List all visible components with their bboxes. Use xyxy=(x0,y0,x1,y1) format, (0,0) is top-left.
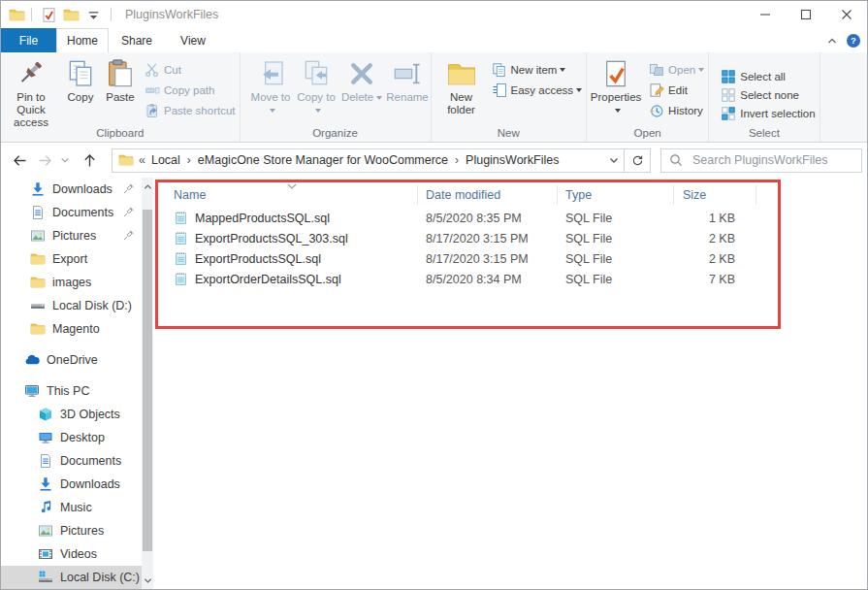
ribbon-group-new: New folderNew itemEasy accessNew xyxy=(432,52,588,142)
sidebar-item-downloads[interactable]: Downloads xyxy=(1,178,142,201)
sidebar-item-videos[interactable]: Videos xyxy=(1,542,142,566)
column-header-type[interactable]: Type xyxy=(558,185,674,205)
breadcrumb-overflow[interactable]: « xyxy=(139,153,145,167)
address-bar-row: « Local › eMagicOne Store Manager for Wo… xyxy=(1,143,867,178)
column-headers: Name Date modified Type Size xyxy=(158,182,756,208)
scrollbar-up-arrow[interactable] xyxy=(142,180,153,193)
pin-icon xyxy=(16,58,47,89)
sidebar-item-documents[interactable]: Documents xyxy=(1,201,142,224)
minimize-button[interactable] xyxy=(745,1,786,28)
dropdown-caret-icon xyxy=(560,68,565,72)
sort-indicator-icon xyxy=(287,182,297,190)
ribbon-button-select-none[interactable]: Select none xyxy=(717,85,819,104)
sidebar-item-export[interactable]: Export xyxy=(1,247,142,271)
select-none-icon xyxy=(721,87,736,103)
ribbon-button-invert-selection[interactable]: Invert selection xyxy=(717,104,819,122)
file-size-cell: 1 KB xyxy=(674,212,756,225)
sidebar-item-local-disk-c[interactable]: Local Disk (C:) xyxy=(1,566,142,589)
file-row-exportorderdetailssql-sql[interactable]: ExportOrderDetailsSQL.sql8/5/2020 8:34 P… xyxy=(158,269,756,289)
navigation-pane-scrollbar[interactable] xyxy=(142,178,153,589)
ribbon-button-cut: Cut xyxy=(141,59,240,80)
file-date-cell: 8/17/2020 3:15 PM xyxy=(418,232,558,246)
file-row-mappedproductssql-sql[interactable]: MappedProductsSQL.sql8/5/2020 8:35 PMSQL… xyxy=(158,208,756,228)
sql-file-icon xyxy=(174,211,188,225)
file-list-area: Name Date modified Type Size MappedProdu… xyxy=(153,178,867,589)
breadcrumb-segment-store-manager[interactable]: eMagicOne Store Manager for WooCommerce xyxy=(198,153,448,167)
sidebar-item-label: Desktop xyxy=(60,431,105,444)
back-button[interactable] xyxy=(7,152,32,169)
refresh-button[interactable] xyxy=(625,148,651,173)
window-title: PluginsWorkFiles xyxy=(125,8,218,21)
sidebar-item-downloads[interactable]: Downloads xyxy=(1,473,142,496)
file-name: MappedProductsSQL.sql xyxy=(195,212,330,225)
help-button[interactable]: ? xyxy=(846,33,861,49)
breadcrumb-segment-local[interactable]: Local xyxy=(151,153,180,167)
button-label: Delete xyxy=(341,91,382,104)
ribbon-group-select: Select allSelect noneInvert selectionSel… xyxy=(709,52,820,142)
file-row-exportproductssql-sql[interactable]: ExportProductsSQL.sql8/17/2020 3:15 PMSQ… xyxy=(158,248,756,269)
file-type-cell: SQL File xyxy=(558,212,674,225)
ribbon-button-history[interactable]: History xyxy=(645,100,708,120)
button-label: Cut xyxy=(164,64,181,76)
ribbon-group-label: Organize xyxy=(241,127,431,139)
sidebar-item-onedrive[interactable]: OneDrive xyxy=(1,348,142,372)
sidebar-item-3d-objects[interactable]: 3D Objects xyxy=(1,403,142,426)
sidebar-item-label: Export xyxy=(52,252,87,266)
ribbon-button-new-item[interactable]: New item xyxy=(488,59,587,80)
tab-home[interactable]: Home xyxy=(56,28,109,52)
ribbon-button-properties[interactable]: Properties xyxy=(587,57,645,122)
copy-to-icon xyxy=(301,58,332,89)
ribbon-button-edit[interactable]: Edit xyxy=(645,80,708,100)
address-bar[interactable]: « Local › eMagicOne Store Manager for Wo… xyxy=(112,148,625,173)
scrollbar-down-arrow[interactable] xyxy=(142,574,153,587)
dropdown-caret-icon xyxy=(576,88,582,92)
recent-locations-button[interactable] xyxy=(57,155,73,165)
search-input[interactable] xyxy=(660,148,862,173)
scrollbar-thumb[interactable] xyxy=(143,210,152,551)
tab-view[interactable]: View xyxy=(165,28,221,52)
title-bar: PluginsWorkFiles xyxy=(1,1,867,28)
sidebar-item-magento[interactable]: Magento xyxy=(1,317,142,341)
address-dropdown-chevron-icon[interactable] xyxy=(608,154,620,166)
sidebar-item-desktop[interactable]: Desktop xyxy=(1,426,142,449)
minimize-ribbon-button[interactable] xyxy=(826,35,838,47)
qat-properties-button[interactable] xyxy=(41,7,57,23)
search-box xyxy=(660,148,862,173)
sidebar-item-pictures[interactable]: Pictures xyxy=(1,224,142,247)
ribbon-button-new-folder[interactable]: New folder xyxy=(435,57,488,122)
paste-shortcut-icon xyxy=(145,103,160,118)
sidebar-item-label: Documents xyxy=(52,206,113,219)
tab-share[interactable]: Share xyxy=(109,28,165,52)
up-button[interactable] xyxy=(77,152,102,169)
ribbon-button-paste[interactable]: Paste xyxy=(100,57,141,122)
sidebar-item-music[interactable]: Music xyxy=(1,496,142,519)
column-header-date-modified[interactable]: Date modified xyxy=(418,185,558,205)
sidebar-item-images[interactable]: images xyxy=(1,271,142,294)
file-explorer-window: PluginsWorkFiles File Home Share View ? … xyxy=(0,0,868,590)
sidebar-item-pictures[interactable]: Pictures xyxy=(1,519,142,542)
sql-file-icon xyxy=(174,251,188,266)
open-icon xyxy=(649,62,664,78)
sidebar-item-this-pc[interactable]: This PC xyxy=(1,379,142,403)
tab-file[interactable]: File xyxy=(1,28,56,52)
close-button[interactable] xyxy=(826,1,867,28)
ribbon-button-select-all[interactable]: Select all xyxy=(717,67,819,85)
ribbon-button-easy-access[interactable]: Easy access xyxy=(488,80,587,100)
current-folder-icon xyxy=(118,152,134,168)
qat-customize-button[interactable] xyxy=(85,7,102,23)
maximize-button[interactable] xyxy=(786,1,826,28)
ribbon-tab-row: File Home Share View ? xyxy=(1,28,867,52)
column-header-size[interactable]: Size xyxy=(674,185,756,205)
properties-check-icon xyxy=(41,7,57,23)
sidebar-item-local-disk-d[interactable]: Local Disk (D:) xyxy=(1,294,142,317)
ribbon-button-copy[interactable]: Copy xyxy=(61,57,100,122)
file-row-exportproductssql-303-sql[interactable]: ExportProductsSQL_303.sql8/17/2020 3:15 … xyxy=(158,228,756,248)
ribbon-group-label: New xyxy=(432,127,587,139)
breadcrumb-segment-pluginsworkfiles[interactable]: PluginsWorkFiles xyxy=(466,153,559,167)
button-label: Select all xyxy=(740,71,786,82)
ribbon-button-pin-to-quick-access[interactable]: Pin to Quick access xyxy=(1,57,61,122)
qat-new-folder-button[interactable] xyxy=(63,7,80,23)
sidebar-item-documents[interactable]: Documents xyxy=(1,449,142,473)
ribbon-group-label: Clipboard xyxy=(1,127,240,139)
new-item-icon xyxy=(492,62,507,78)
